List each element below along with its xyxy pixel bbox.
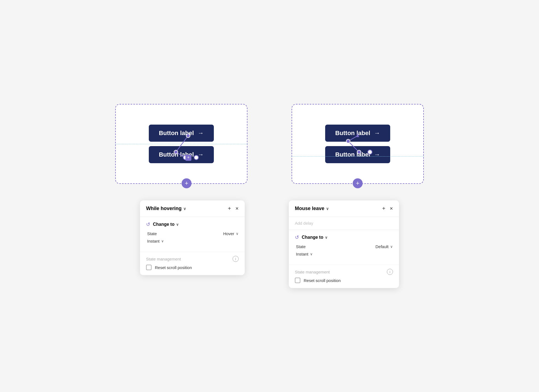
right-state-mgmt-row: State management i — [289, 265, 399, 278]
right-section-title-row: ↺ Change to ∨ — [295, 234, 393, 240]
left-checkbox-row: Reset scroll position — [140, 265, 245, 275]
left-panel-title-chevron[interactable]: ∨ — [183, 206, 186, 211]
right-frame-plus-badge[interactable]: + — [353, 178, 363, 188]
left-checkbox[interactable] — [146, 265, 152, 270]
right-panel-plus-icon[interactable]: + — [382, 205, 386, 212]
right-button-top-arrow: → — [374, 130, 380, 137]
right-button-bottom[interactable]: Button label → — [325, 146, 390, 163]
left-panel-header: While hovering ∨ + × — [140, 200, 245, 217]
right-panel-title-chevron[interactable]: ∨ — [326, 206, 329, 211]
right-state-label: State — [296, 244, 306, 249]
left-panel-body: ↺ Change to ∨ State Hover ∨ — [140, 217, 245, 275]
left-state-mgmt-row: State management i — [140, 252, 245, 265]
right-state-value[interactable]: Default ∨ — [375, 244, 393, 249]
right-state-mgmt-label: State management — [295, 270, 330, 274]
right-button-bottom-label: Button label — [335, 151, 370, 158]
right-checkbox[interactable] — [295, 278, 300, 283]
right-panel-body: ↺ Change to ∨ State Default ∨ — [289, 230, 399, 288]
left-button-bottom-arrow: → — [198, 151, 204, 158]
left-instant-field[interactable]: Instant ∨ — [147, 239, 164, 243]
left-state-value[interactable]: Hover ∨ — [223, 231, 239, 236]
add-delay-input[interactable]: Add delay — [289, 217, 399, 230]
left-panel-title: While hovering ∨ — [146, 206, 186, 211]
left-state-mgmt-label: State management — [146, 257, 181, 261]
right-panel-close-icon[interactable]: × — [390, 205, 393, 212]
right-checkbox-label: Reset scroll position — [304, 278, 341, 283]
left-section-title-text: Change to — [153, 222, 174, 227]
left-instant-chevron: ∨ — [161, 239, 164, 243]
right-instant-row: Instant ∨ — [295, 252, 393, 257]
right-panel-title: Mouse leave ∨ — [295, 206, 329, 211]
right-frame-content: Button label → Button label → — [325, 125, 390, 163]
right-info-icon[interactable]: i — [387, 269, 393, 275]
right-instant-field[interactable]: Instant ∨ — [296, 252, 313, 256]
left-panel-section: ↺ Change to ∨ State Hover ∨ — [140, 217, 245, 252]
left-panel-title-text: While hovering — [146, 206, 182, 211]
right-panel: Mouse leave ∨ + × Add delay ↺ Change to — [289, 200, 399, 288]
left-frame: Button label → Button label → — [115, 104, 247, 184]
right-frame: Button label → Button label → — [292, 104, 424, 184]
left-section-chevron: ∨ — [176, 222, 179, 227]
left-change-to-icon: ↺ — [146, 221, 150, 227]
bottom-row: While hovering ∨ + × ↺ Change to ∨ — [140, 200, 399, 288]
right-section-title-text: Change to — [302, 235, 323, 240]
left-state-label: State — [147, 231, 157, 236]
right-instant-chevron: ∨ — [310, 252, 313, 256]
right-state-chevron: ∨ — [390, 245, 393, 249]
left-frame-plus-badge[interactable]: + — [182, 178, 192, 188]
left-state-row: State Hover ∨ — [146, 231, 239, 236]
right-section-title[interactable]: Change to ∨ — [302, 235, 328, 240]
left-state-value-text: Hover — [223, 231, 234, 236]
right-panel-title-text: Mouse leave — [295, 206, 324, 211]
left-instant-row: Instant ∨ — [146, 239, 239, 245]
top-row: Button label → Button label → — [115, 104, 424, 184]
left-section-title-row: ↺ Change to ∨ — [146, 221, 239, 227]
right-section-chevron: ∨ — [325, 235, 328, 240]
left-panel-header-icons: + × — [228, 205, 239, 212]
left-button-bottom[interactable]: Button label → — [149, 146, 214, 163]
right-button-top[interactable]: Button label → — [325, 125, 390, 142]
right-panel-header: Mouse leave ∨ + × — [289, 200, 399, 217]
right-button-top-label: Button label — [335, 130, 370, 137]
left-panel: While hovering ∨ + × ↺ Change to ∨ — [140, 200, 245, 275]
add-delay-text: Add delay — [295, 221, 313, 225]
left-state-chevron: ∨ — [236, 232, 239, 236]
right-checkbox-row: Reset scroll position — [289, 278, 399, 288]
left-info-icon[interactable]: i — [233, 256, 239, 262]
left-panel-close-icon[interactable]: × — [235, 205, 239, 212]
right-state-value-text: Default — [375, 244, 389, 249]
right-panel-section: ↺ Change to ∨ State Default ∨ — [289, 230, 399, 265]
left-instant-label: Instant — [147, 239, 160, 243]
left-button-bottom-label: Button label — [159, 151, 194, 158]
left-button-top[interactable]: Button label → — [149, 125, 214, 142]
right-state-row: State Default ∨ — [295, 244, 393, 249]
left-panel-plus-icon[interactable]: + — [228, 205, 231, 212]
right-change-to-icon: ↺ — [295, 234, 299, 240]
right-panel-header-icons: + × — [382, 205, 393, 212]
left-checkbox-label: Reset scroll position — [155, 265, 192, 270]
left-button-top-arrow: → — [198, 130, 204, 137]
left-connection-line: + — [116, 104, 247, 183]
main-container: Button label → Button label → — [99, 82, 440, 310]
right-button-bottom-arrow: → — [374, 151, 380, 158]
left-button-top-label: Button label — [159, 130, 194, 137]
left-section-title[interactable]: Change to ∨ — [153, 222, 179, 227]
right-instant-label: Instant — [296, 252, 308, 256]
left-frame-content: Button label → Button label → — [149, 125, 214, 163]
